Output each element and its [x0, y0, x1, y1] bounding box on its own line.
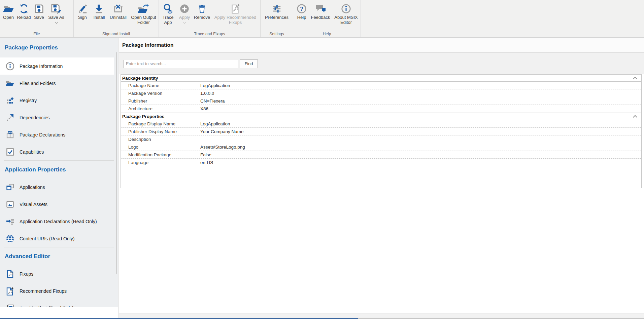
ribbon-group-sign-install: Sign Install Uninstall — [74, 0, 159, 37]
sidebar-item-applications[interactable]: Applications — [0, 178, 114, 196]
sidebar-item-fixups[interactable]: Fixups — [0, 265, 114, 282]
save-as-button[interactable]: Save As — [46, 2, 66, 23]
sidebar-item-content-uris[interactable]: Content URIs (Read Only) — [0, 230, 114, 247]
ribbon-group-label-sign-install: Sign and Install — [74, 32, 159, 36]
sidebar-item-label: Applications — [20, 185, 45, 190]
property-label: Publisher — [121, 98, 198, 104]
sidebar-item-package-declarations[interactable]: Package Declarations — [0, 126, 114, 143]
section-header-label: Package Properties — [122, 114, 164, 119]
trace-app-icon — [163, 2, 173, 15]
ribbon-group-settings: Preferences Settings — [261, 0, 293, 37]
sidebar-heading-package-properties: Package Properties — [0, 38, 118, 57]
property-value[interactable]: Assets\StoreLogo.png — [198, 143, 641, 151]
apply-recommended-fixups-label: Apply Recommended Fixups — [213, 15, 258, 25]
open-button[interactable]: Open — [1, 2, 16, 20]
globe-icon — [5, 234, 14, 243]
about-info-icon — [341, 2, 351, 15]
help-button[interactable]: ? Help — [294, 2, 309, 20]
property-label: Description — [121, 137, 198, 142]
install-button[interactable]: Install — [91, 2, 108, 20]
uninstall-button[interactable]: Uninstall — [108, 2, 129, 20]
save-button[interactable]: Save — [32, 2, 46, 20]
sidebar-item-visual-assets[interactable]: Visual Assets — [0, 196, 114, 213]
preferences-button-label: Preferences — [265, 15, 289, 20]
table-row[interactable]: Package Display Name LogApplication — [121, 120, 641, 128]
section-header-package-identity[interactable]: Package Identity — [121, 74, 641, 82]
reload-button[interactable]: Reload — [16, 2, 32, 20]
ribbon-group-label-file: File — [0, 32, 73, 36]
trace-app-button[interactable]: Trace App — [160, 2, 176, 25]
collapse-chevron-icon[interactable] — [633, 77, 637, 81]
property-value[interactable]: 1.0.0.0 — [198, 89, 641, 97]
sidebar-item-files-and-folders[interactable]: Files and Folders — [0, 75, 114, 92]
open-output-folder-icon — [137, 2, 149, 15]
sidebar-item-package-information[interactable]: Package Information — [0, 57, 114, 75]
ribbon-group-file: Open Reload Save — [0, 0, 74, 37]
feedback-bubbles-icon — [315, 2, 326, 15]
reload-icon — [19, 2, 29, 15]
table-row[interactable]: Language en-US — [121, 159, 641, 166]
horizontal-scrollbar[interactable] — [119, 314, 644, 318]
apply-plus-icon — [179, 2, 190, 15]
property-value[interactable]: LogApplication — [198, 120, 641, 127]
property-value[interactable]: Your Company Name — [198, 128, 641, 135]
registry-icon — [5, 96, 14, 105]
property-label: Logo — [121, 145, 198, 150]
sidebar-item-capabilities[interactable]: Capabilities — [0, 143, 114, 160]
ribbon-group-label-trace-fixups: Trace and Fixups — [159, 32, 260, 36]
find-button[interactable]: Find — [240, 59, 258, 68]
property-value[interactable]: False — [198, 151, 641, 158]
property-value[interactable]: LogApplication — [198, 82, 641, 89]
remove-trash-icon — [197, 2, 207, 15]
folder-icon — [5, 79, 14, 88]
table-row[interactable]: Publisher Display Name Your Company Name — [121, 128, 641, 135]
property-value[interactable]: X86 — [198, 105, 641, 113]
table-row[interactable]: Description — [121, 135, 641, 143]
section-header-package-properties[interactable]: Package Properties — [121, 113, 641, 120]
apply-recommended-fixups-button[interactable]: Apply Recommended Fixups — [211, 2, 259, 25]
main-panel: Package Information Find Package Identit… — [119, 38, 644, 319]
collapse-chevron-icon[interactable] — [633, 115, 637, 119]
property-value[interactable]: CN=Flexera — [198, 97, 641, 105]
table-row[interactable]: Package Version 1.0.0.0 — [121, 89, 641, 97]
install-arrow-icon — [94, 2, 104, 15]
property-value[interactable] — [198, 135, 641, 143]
section-header-label: Package Identity — [122, 76, 158, 81]
svg-text:?: ? — [300, 6, 303, 11]
ribbon-empty-space — [361, 0, 644, 37]
apply-button[interactable]: Apply — [176, 2, 193, 23]
sidebar-heading-advanced-editor: Advanced Editor — [0, 247, 118, 265]
table-row[interactable]: Publisher CN=Flexera — [121, 97, 641, 105]
table-row[interactable]: Logo Assets\StoreLogo.png — [121, 143, 641, 151]
table-row[interactable]: Package Name LogApplication — [121, 82, 641, 89]
open-output-folder-button[interactable]: Open Output Folder — [129, 2, 159, 25]
sidebar-item-recommended-fixups[interactable]: Recommended Fixups — [0, 282, 114, 300]
feedback-button[interactable]: Feedback — [309, 2, 332, 20]
table-row[interactable]: Modification Package False — [121, 151, 641, 159]
sidebar-scrollbar[interactable] — [116, 52, 117, 274]
sidebar-item-label: Package Declarations — [20, 132, 65, 137]
preferences-button[interactable]: Preferences — [261, 2, 293, 20]
sidebar-item-dependencies[interactable]: Dependencies — [0, 109, 114, 126]
dropdown-chevron-icon[interactable] — [55, 21, 58, 24]
sign-button[interactable]: Sign — [74, 2, 91, 20]
remove-button[interactable]: Remove — [193, 2, 211, 20]
sidebar-item-label: Content URIs (Read Only) — [20, 236, 74, 241]
sidebar-item-application-declarations[interactable]: Application Declarations (Read Only) — [0, 213, 114, 230]
about-msix-editor-label: About MSIX Editor — [333, 15, 360, 25]
open-folder-icon — [2, 2, 14, 15]
uninstall-button-label: Uninstall — [110, 15, 127, 20]
save-as-button-label: Save As — [48, 15, 64, 20]
table-row[interactable]: Architecture X86 — [121, 105, 641, 113]
gift-icon — [5, 130, 14, 139]
navigation-sidebar: Package Properties Package Information F… — [0, 38, 118, 319]
sidebar-item-label: Package Information — [20, 64, 63, 69]
about-msix-editor-button[interactable]: About MSIX Editor — [332, 2, 361, 25]
save-as-icon — [51, 2, 62, 15]
sidebar-item-label: Capabilities — [20, 149, 44, 155]
property-value[interactable]: en-US — [198, 159, 641, 166]
preferences-sliders-icon — [272, 2, 282, 15]
sidebar-item-registry[interactable]: Registry — [0, 92, 114, 109]
save-button-label: Save — [34, 15, 44, 20]
search-input[interactable] — [124, 60, 238, 68]
